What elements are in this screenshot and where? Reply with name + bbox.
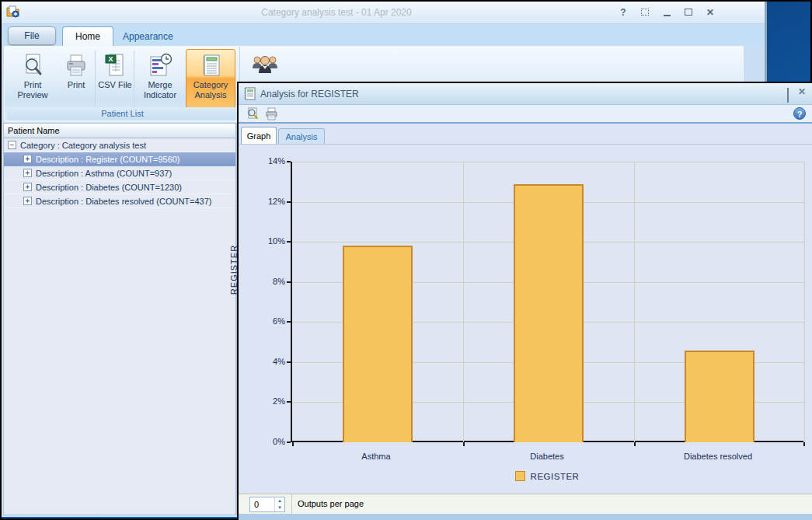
x-category-label: Diabetes resolved bbox=[633, 452, 803, 461]
expand-icon[interactable] bbox=[639, 6, 651, 18]
help-icon[interactable]: ? bbox=[617, 6, 629, 18]
svg-text:X: X bbox=[108, 55, 113, 63]
dialog-tabs: Graph Analysis bbox=[239, 125, 812, 144]
bar-chart-plot-area bbox=[291, 162, 803, 442]
analysis-dialog: Analysis for REGISTER ✕ bbox=[237, 82, 812, 520]
patient-tree-panel: Patient Name − Category : Category analy… bbox=[3, 123, 237, 515]
chart-legend: REGISTER bbox=[291, 471, 803, 481]
bar-diabetes-resolved bbox=[685, 351, 754, 442]
bar-diabetes bbox=[514, 184, 584, 442]
tree-row-diabetes-resolved[interactable]: + Description : Diabetes resolved (COUNT… bbox=[4, 194, 235, 208]
legend-label: REGISTER bbox=[531, 472, 580, 481]
csv-file-icon: X bbox=[103, 53, 127, 78]
dialog-titlebar: Analysis for REGISTER ✕ bbox=[239, 83, 812, 105]
merge-indicator-button[interactable]: Merge Indicator bbox=[136, 49, 184, 108]
close-icon[interactable]: ✕ bbox=[704, 6, 716, 18]
expand-icon[interactable]: + bbox=[23, 183, 32, 191]
y-tick-label: 14% bbox=[251, 156, 285, 166]
tree-row-asthma[interactable]: + Description : Asthma (COUNT=937) bbox=[4, 166, 235, 180]
y-tick-label: 12% bbox=[251, 197, 285, 206]
dialog-toolbar: ? bbox=[239, 105, 812, 124]
dialog-bottom-bar: 0 ▲ ▼ Outputs per page bbox=[239, 494, 812, 514]
y-tick-label: 2% bbox=[251, 396, 285, 406]
screenshot-root: Category analysis test - 01 Apr 2020 ? ✕… bbox=[0, 0, 812, 520]
graph-tab-content: REGISTER 14% 12% 10% 8% 6% 4% 2% 0% Asth… bbox=[239, 144, 812, 494]
y-axis-title: REGISTER bbox=[229, 239, 239, 301]
ribbon-group-patient-list: Print Preview Print bbox=[7, 47, 238, 121]
outputs-per-page-stepper[interactable]: 0 ▲ ▼ bbox=[249, 497, 285, 512]
app-titlebar: Category analysis test - 01 Apr 2020 ? ✕ bbox=[2, 2, 765, 24]
tree-row-register[interactable]: + Description : Register (COUNT=9560) bbox=[4, 152, 235, 166]
csv-file-button[interactable]: X CSV File bbox=[97, 49, 133, 108]
dialog-print-icon[interactable] bbox=[265, 107, 278, 120]
print-preview-icon bbox=[20, 53, 45, 78]
expand-icon[interactable]: + bbox=[23, 155, 32, 163]
y-tick-label: 6% bbox=[251, 316, 285, 326]
window-controls: ? ✕ bbox=[617, 6, 716, 18]
y-tick-label: 0% bbox=[251, 437, 285, 446]
category-analysis-button[interactable]: Category Analysis bbox=[186, 49, 235, 108]
tree-item-label: Description : Diabetes (COUNT=1230) bbox=[36, 183, 182, 192]
y-tick-label: 4% bbox=[251, 357, 285, 366]
file-menu-button[interactable]: File bbox=[8, 26, 56, 45]
tree-item-label: Description : Diabetes resolved (COUNT=4… bbox=[36, 197, 212, 206]
y-tick-label: 8% bbox=[251, 277, 285, 286]
tab-home[interactable]: Home bbox=[62, 26, 113, 46]
dialog-maximize-icon[interactable] bbox=[787, 89, 789, 103]
merge-indicator-icon bbox=[148, 53, 173, 78]
tree-root-label: Category : Category analysis test bbox=[20, 141, 146, 150]
ribbon-group-caption: Patient List bbox=[7, 107, 238, 120]
stepper-down-icon[interactable]: ▼ bbox=[275, 504, 284, 511]
maximize-icon[interactable] bbox=[682, 6, 695, 18]
stepper-value[interactable]: 0 bbox=[250, 497, 274, 511]
app-window-title: Category analysis test - 01 Apr 2020 bbox=[2, 7, 671, 18]
print-button[interactable]: Print bbox=[58, 49, 94, 108]
tab-analysis[interactable]: Analysis bbox=[278, 128, 325, 144]
print-icon bbox=[64, 53, 89, 78]
tab-appearance[interactable]: Appearance bbox=[110, 26, 186, 46]
dialog-help-icon[interactable]: ? bbox=[793, 107, 806, 120]
dialog-print-preview-icon[interactable] bbox=[246, 107, 260, 120]
y-tick-label: 10% bbox=[251, 236, 285, 246]
tab-graph[interactable]: Graph bbox=[241, 127, 277, 144]
dialog-title: Analysis for REGISTER bbox=[260, 89, 359, 99]
tree-item-label: Description : Asthma (COUNT=937) bbox=[36, 169, 172, 178]
stepper-up-icon[interactable]: ▲ bbox=[275, 497, 284, 504]
expand-icon[interactable]: + bbox=[23, 197, 32, 205]
dialog-icon bbox=[243, 87, 256, 100]
dialog-close-icon[interactable]: ✕ bbox=[798, 86, 806, 103]
x-category-label: Asthma bbox=[291, 452, 462, 461]
people-icon bbox=[249, 53, 281, 79]
ribbon-tabstrip: File Home Appearance bbox=[2, 24, 765, 46]
legend-swatch bbox=[515, 471, 525, 481]
tree-item-label: Description : Register (COUNT=9560) bbox=[36, 155, 180, 164]
tree-column-header[interactable]: Patient Name bbox=[4, 124, 235, 138]
minimize-icon[interactable] bbox=[660, 6, 673, 18]
print-preview-button[interactable]: Print Preview bbox=[9, 49, 57, 108]
tree-row-diabetes[interactable]: + Description : Diabetes (COUNT=1230) bbox=[4, 180, 235, 194]
outputs-per-page-label: Outputs per page bbox=[298, 499, 364, 508]
expand-icon[interactable]: + bbox=[23, 169, 32, 177]
x-category-label: Diabetes bbox=[462, 452, 633, 461]
bar-asthma bbox=[343, 246, 413, 442]
tree-root-row[interactable]: − Category : Category analysis test bbox=[4, 138, 235, 152]
collapse-icon[interactable]: − bbox=[8, 141, 16, 149]
category-analysis-icon bbox=[198, 53, 223, 78]
